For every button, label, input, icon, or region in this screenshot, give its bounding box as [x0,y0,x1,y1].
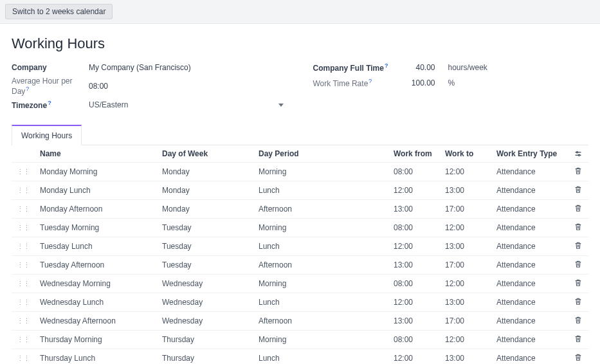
cell-from[interactable]: 08:00 [388,219,440,237]
cell-from[interactable]: 08:00 [388,163,440,181]
cell-to[interactable]: 12:00 [440,275,491,293]
tab-working-hours[interactable]: Working Hours [12,125,82,145]
col-dow[interactable]: Day of Week [157,145,253,163]
table-row[interactable]: ⋮⋮Tuesday MorningTuesdayMorning08:0012:0… [12,219,588,237]
col-from[interactable]: Work from [388,145,440,163]
table-row[interactable]: ⋮⋮Tuesday AfternoonTuesdayAfternoon13:00… [12,256,588,275]
cell-type[interactable]: Attendance [491,256,569,275]
cell-to[interactable]: 12:00 [440,219,491,237]
delete-row-icon[interactable] [574,167,582,175]
cell-period[interactable]: Afternoon [253,256,388,275]
cell-type[interactable]: Attendance [491,237,569,256]
cell-to[interactable]: 12:00 [440,331,491,349]
cell-type[interactable]: Attendance [491,181,569,200]
drag-handle-icon[interactable]: ⋮⋮ [17,242,30,250]
cell-to[interactable]: 17:00 [440,256,491,275]
cell-to[interactable]: 17:00 [440,200,491,219]
cell-name[interactable]: Wednesday Morning [35,275,157,293]
timezone-field[interactable]: US/Eastern [89,100,287,109]
table-row[interactable]: ⋮⋮Monday MorningMondayMorning08:0012:00A… [12,163,588,181]
cell-from[interactable]: 13:00 [388,312,440,331]
drag-handle-icon[interactable]: ⋮⋮ [17,298,30,306]
cell-type[interactable]: Attendance [491,219,569,237]
cell-period[interactable]: Lunch [253,237,388,256]
cell-dow[interactable]: Wednesday [157,312,253,331]
col-name[interactable]: Name [35,145,157,163]
cell-name[interactable]: Monday Lunch [35,181,157,200]
cell-type[interactable]: Attendance [491,163,569,181]
cell-period[interactable]: Morning [253,275,388,293]
cell-type[interactable]: Attendance [491,331,569,349]
cell-dow[interactable]: Thursday [157,331,253,349]
fulltime-field[interactable]: 40.00 [403,63,442,72]
delete-row-icon[interactable] [574,260,582,268]
cell-dow[interactable]: Wednesday [157,275,253,293]
drag-handle-icon[interactable]: ⋮⋮ [17,261,30,269]
cell-dow[interactable]: Tuesday [157,256,253,275]
cell-from[interactable]: 08:00 [388,275,440,293]
drag-handle-icon[interactable]: ⋮⋮ [17,168,30,176]
help-icon[interactable]: ? [368,78,372,84]
cell-period[interactable]: Lunch [253,349,388,365]
delete-row-icon[interactable] [574,353,582,361]
cell-dow[interactable]: Thursday [157,349,253,365]
delete-row-icon[interactable] [574,223,582,231]
cell-from[interactable]: 13:00 [388,256,440,275]
cell-name[interactable]: Thursday Lunch [35,349,157,365]
table-row[interactable]: ⋮⋮Monday AfternoonMondayAfternoon13:0017… [12,200,588,219]
cell-from[interactable]: 12:00 [388,181,440,200]
col-type[interactable]: Work Entry Type [491,145,569,163]
drag-handle-icon[interactable]: ⋮⋮ [17,205,30,213]
cell-name[interactable]: Wednesday Afternoon [35,312,157,331]
cell-type[interactable]: Attendance [491,349,569,365]
cell-period[interactable]: Morning [253,219,388,237]
cell-name[interactable]: Monday Afternoon [35,200,157,219]
delete-row-icon[interactable] [574,241,582,250]
cell-to[interactable]: 13:00 [440,181,491,200]
table-row[interactable]: ⋮⋮Wednesday AfternoonWednesdayAfternoon1… [12,312,588,331]
cell-period[interactable]: Morning [253,331,388,349]
switch-calendar-button[interactable]: Switch to 2 weeks calendar [5,4,113,19]
table-row[interactable]: ⋮⋮Thursday LunchThursdayLunch12:0013:00A… [12,349,588,365]
cell-name[interactable]: Tuesday Afternoon [35,256,157,275]
cell-dow[interactable]: Tuesday [157,219,253,237]
cell-to[interactable]: 12:00 [440,163,491,181]
delete-row-icon[interactable] [574,316,582,324]
cell-name[interactable]: Thursday Morning [35,331,157,349]
table-row[interactable]: ⋮⋮Monday LunchMondayLunch12:0013:00Atten… [12,181,588,200]
avg-hour-field[interactable]: 08:00 [89,82,287,91]
table-row[interactable]: ⋮⋮Tuesday LunchTuesdayLunch12:0013:00Att… [12,237,588,256]
col-to[interactable]: Work to [440,145,491,163]
cell-period[interactable]: Morning [253,163,388,181]
cell-from[interactable]: 12:00 [388,237,440,256]
cell-name[interactable]: Tuesday Lunch [35,237,157,256]
drag-handle-icon[interactable]: ⋮⋮ [17,224,30,232]
cell-period[interactable]: Afternoon [253,312,388,331]
cell-dow[interactable]: Monday [157,163,253,181]
delete-row-icon[interactable] [574,185,582,194]
cell-dow[interactable]: Monday [157,200,253,219]
drag-handle-icon[interactable]: ⋮⋮ [17,354,30,362]
drag-handle-icon[interactable]: ⋮⋮ [17,280,30,287]
cell-period[interactable]: Lunch [253,293,388,312]
drag-handle-icon[interactable]: ⋮⋮ [17,336,30,343]
cell-name[interactable]: Monday Morning [35,163,157,181]
cell-type[interactable]: Attendance [491,200,569,219]
cell-period[interactable]: Afternoon [253,200,388,219]
company-field[interactable]: My Company (San Francisco) [89,63,287,72]
cell-to[interactable]: 13:00 [440,237,491,256]
delete-row-icon[interactable] [574,297,582,305]
cell-dow[interactable]: Monday [157,181,253,200]
table-row[interactable]: ⋮⋮Wednesday LunchWednesdayLunch12:0013:0… [12,293,588,312]
cell-dow[interactable]: Tuesday [157,237,253,256]
cell-name[interactable]: Tuesday Morning [35,219,157,237]
cell-type[interactable]: Attendance [491,275,569,293]
cell-name[interactable]: Wednesday Lunch [35,293,157,312]
cell-from[interactable]: 12:00 [388,293,440,312]
cell-to[interactable]: 13:00 [440,349,491,365]
cell-to[interactable]: 17:00 [440,312,491,331]
columns-settings-icon[interactable] [574,150,583,158]
delete-row-icon[interactable] [574,278,582,287]
cell-period[interactable]: Lunch [253,181,388,200]
help-icon[interactable]: ? [26,86,29,92]
